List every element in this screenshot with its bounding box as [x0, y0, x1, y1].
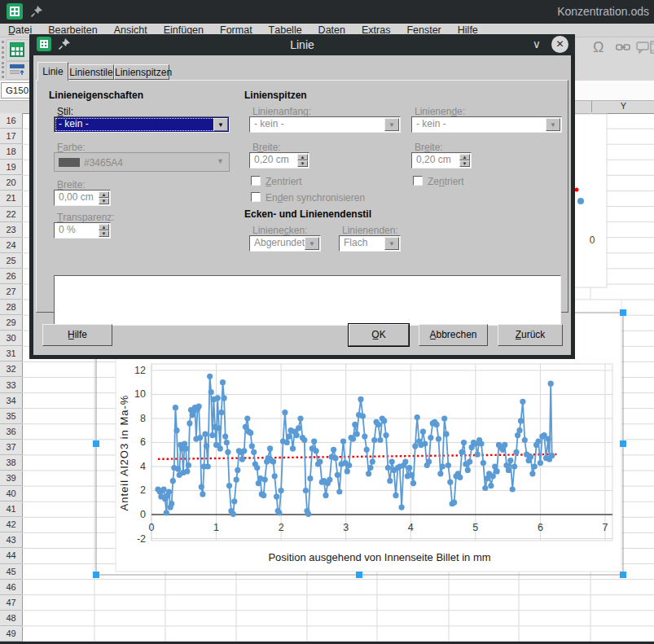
arrow-end-select: - kein - ▼ — [411, 116, 562, 133]
selection-handle[interactable] — [620, 309, 626, 316]
data-point — [331, 447, 336, 453]
data-point — [502, 442, 507, 448]
data-point — [437, 471, 443, 476]
data-point — [475, 452, 481, 458]
data-point — [186, 462, 191, 468]
back-button[interactable]: Z̲urück — [498, 324, 563, 346]
spin-down-icon: ▼ — [459, 160, 470, 167]
dialog-body: Linie Linienstile Linienspitzen Linienei… — [29, 55, 575, 359]
close-icon[interactable]: ✕ — [551, 36, 568, 53]
data-point — [209, 432, 215, 438]
data-point — [323, 493, 328, 498]
data-point — [332, 455, 338, 461]
section-corner-cap: Ecken- und Linienendenstil — [244, 208, 371, 220]
data-point — [199, 484, 204, 490]
table-grid-icon — [10, 42, 24, 57]
data-point — [249, 443, 255, 449]
name-box[interactable]: G150 — [1, 82, 33, 99]
data-point — [311, 438, 317, 444]
data-point — [305, 511, 311, 517]
data-point — [340, 438, 346, 444]
data-point — [345, 468, 350, 474]
data-point — [371, 437, 377, 443]
table-grid-button[interactable] — [6, 39, 30, 61]
data-point — [354, 432, 360, 437]
data-point — [402, 459, 408, 465]
data-point — [451, 500, 457, 506]
data-point — [366, 471, 371, 476]
center-start-label: Z̲entriert — [266, 176, 302, 187]
section-line-properties: Linieneigenschaften — [49, 90, 143, 101]
tab-linienspitzen[interactable]: Linienspitzen — [114, 64, 169, 80]
sync-ends-label: End̲en synchronisieren — [266, 192, 365, 204]
corner-style-select: Abgerundet ▼ — [249, 235, 321, 252]
x-axis-title: Position ausgehend von Innenseite Billet… — [268, 551, 490, 563]
data-point — [399, 505, 405, 510]
comment-icon[interactable] — [636, 41, 649, 54]
data-point — [218, 410, 224, 415]
style-label: S̲til: — [57, 106, 73, 117]
tab-linienstile[interactable]: Linienstile — [68, 64, 114, 80]
data-point — [222, 395, 227, 401]
arrow-end-width-value: 0,20 cm — [416, 154, 451, 165]
data-point — [410, 480, 416, 486]
data-point — [528, 454, 533, 460]
data-point — [231, 498, 237, 504]
special-character-omega-icon[interactable]: Ω — [593, 39, 604, 55]
corner-style-value: Abgerundet — [254, 237, 305, 248]
cancel-button[interactable]: A̲bbrechen — [419, 324, 488, 346]
y-tick-label: -2 — [137, 533, 146, 545]
data-point — [548, 381, 554, 387]
pin-icon — [31, 6, 42, 17]
data-point — [393, 493, 398, 498]
selection-handle[interactable] — [356, 572, 362, 578]
corner-style-label: Linienec̲ken: — [252, 225, 307, 236]
data-point — [202, 432, 208, 437]
help-button[interactable]: H̲ilfe — [42, 324, 112, 346]
data-point — [207, 374, 213, 379]
selection-handle[interactable] — [93, 440, 99, 447]
data-point — [270, 459, 276, 465]
selection-handle[interactable] — [620, 572, 626, 578]
data-point — [196, 404, 202, 410]
chevron-down-icon[interactable]: ∨ — [533, 37, 541, 50]
line-dialog: Linie ∨ ✕ Linie Linienstile Linienspitze… — [29, 34, 575, 359]
y-tick-label: 6 — [140, 436, 146, 448]
selection-handle[interactable] — [620, 440, 626, 447]
width-spinner: 0,00 cm ▲▼ — [54, 190, 111, 206]
dialog-title-bar[interactable]: Linie ∨ ✕ — [29, 34, 575, 55]
data-point — [494, 468, 500, 474]
hyperlink-icon[interactable] — [616, 42, 630, 52]
ok-button[interactable]: O̲K — [349, 324, 409, 346]
color-select: #3465A4 ▼ — [54, 152, 230, 172]
data-point — [224, 440, 230, 445]
data-point — [243, 424, 248, 430]
column-header-y[interactable]: Y — [591, 101, 654, 112]
selection-handle[interactable] — [93, 572, 99, 578]
data-point — [412, 443, 418, 449]
data-point — [230, 511, 236, 517]
arrow-start-value: - kein - — [254, 118, 284, 129]
y-tick-label: 12 — [134, 365, 146, 376]
data-point — [367, 465, 373, 471]
data-point — [426, 459, 432, 465]
cap-style-label: Linienenden: — [342, 225, 398, 236]
data-point — [274, 493, 279, 499]
dropdown-arrow-icon: ▼ — [384, 118, 399, 131]
data-point — [529, 471, 535, 476]
header-footer-icon[interactable] — [650, 41, 654, 54]
data-point — [481, 460, 486, 466]
data-point — [511, 463, 517, 469]
data-point — [352, 422, 358, 427]
data-point — [358, 396, 363, 402]
style-value: - kein - — [59, 118, 89, 129]
style-select[interactable]: - kein - ▼ — [54, 116, 230, 133]
transparency-spinner: 0 % ▲▼ — [54, 222, 111, 239]
tab-linie[interactable]: Linie — [37, 62, 68, 81]
cap-style-select: Flach ▼ — [339, 235, 401, 252]
rows-button[interactable] — [6, 61, 30, 80]
dropdown-arrow-icon[interactable]: ▼ — [213, 118, 228, 131]
data-point — [225, 449, 230, 455]
y-tick-label: 4 — [140, 461, 146, 472]
dropdown-arrow-icon: ▼ — [217, 157, 224, 165]
